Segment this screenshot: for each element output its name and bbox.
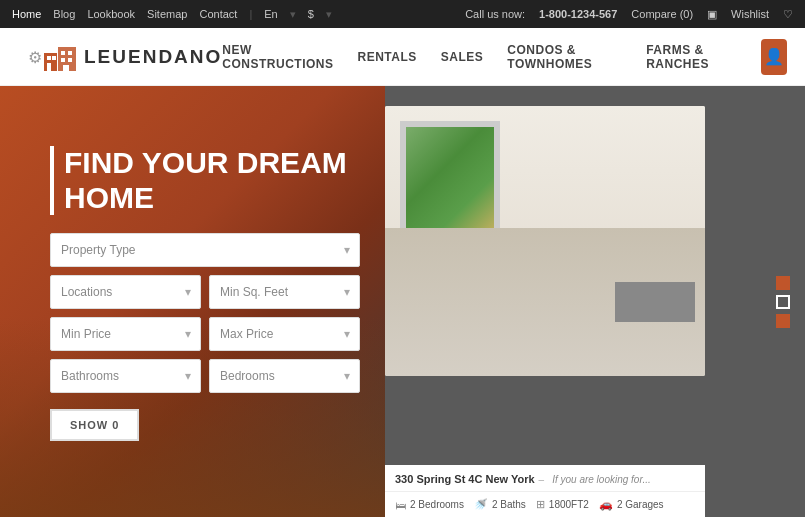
logo-text: LEUENDANO — [84, 46, 222, 68]
phone-label: Call us now: — [465, 8, 525, 20]
search-form: FIND YOUR DREAM HOME Property Type Locat… — [50, 146, 360, 441]
property-type-select[interactable]: Property Type — [50, 233, 360, 267]
minsqft-select[interactable]: Min Sq. Feet — [209, 275, 360, 309]
main-nav: NEW CONSTRUCTIONS RENTALS SALES CONDOS &… — [222, 39, 787, 75]
square-orange-2 — [776, 314, 790, 328]
minsqft-wrapper[interactable]: Min Sq. Feet — [209, 275, 360, 309]
square-white — [776, 295, 790, 309]
baths-label: 2 Baths — [492, 499, 526, 510]
top-bar: Home Blog Lookbook Sitemap Contact | En … — [0, 0, 805, 28]
svg-rect-1 — [47, 56, 51, 60]
separator: | — [249, 8, 252, 20]
room-window — [400, 121, 500, 241]
wishlist-icon: ♡ — [783, 8, 793, 21]
svg-rect-7 — [61, 58, 65, 62]
separator3: ▾ — [326, 8, 332, 21]
phone-number: 1-800-1234-567 — [539, 8, 617, 20]
top-bar-right: Call us now: 1-800-1234-567 Compare (0) … — [465, 8, 793, 21]
bath-bed-row: Bathrooms Bedrooms — [50, 359, 360, 393]
nav-farms[interactable]: FARMS & RANCHES — [646, 43, 737, 71]
wishlist-label[interactable]: Wishlist — [731, 8, 769, 20]
bath-icon: 🚿 — [474, 498, 488, 511]
minprice-wrapper[interactable]: Min Price — [50, 317, 201, 351]
topbar-blog-link[interactable]: Blog — [53, 8, 75, 20]
svg-rect-9 — [63, 65, 69, 71]
property-info-bar: 330 Spring St 4C New York – If you are l… — [385, 465, 705, 517]
location-sqft-row: Locations Min Sq. Feet — [50, 275, 360, 309]
baths-detail: 🚿 2 Baths — [474, 498, 526, 511]
settings-icon[interactable]: ⚙ — [28, 47, 42, 66]
property-image-card — [385, 106, 705, 376]
svg-rect-6 — [68, 51, 72, 55]
user-button[interactable]: 👤 — [761, 39, 787, 75]
sqft-label: 1800FT2 — [549, 499, 589, 510]
maxprice-select[interactable]: Max Price — [209, 317, 360, 351]
square-orange-1 — [776, 276, 790, 290]
show-button[interactable]: SHOW 0 — [50, 409, 139, 441]
svg-rect-2 — [52, 56, 56, 60]
topbar-language-link[interactable]: En — [264, 8, 277, 20]
maxprice-wrapper[interactable]: Max Price — [209, 317, 360, 351]
room-sim — [385, 106, 705, 376]
topbar-currency-link[interactable]: $ — [308, 8, 314, 20]
svg-rect-3 — [47, 63, 51, 71]
minprice-select[interactable]: Min Price — [50, 317, 201, 351]
beds-label: 2 Bedrooms — [410, 499, 464, 510]
hero-section: FIND YOUR DREAM HOME Property Type Locat… — [0, 86, 805, 517]
sqft-detail: ⊞ 1800FT2 — [536, 498, 589, 511]
bed-icon: 🛏 — [395, 499, 406, 511]
property-dash: – — [539, 474, 545, 485]
price-row: Min Price Max Price — [50, 317, 360, 351]
bedrooms-wrapper[interactable]: Bedrooms — [209, 359, 360, 393]
nav-condos[interactable]: CONDOS & TOWNHOMES — [507, 43, 622, 71]
property-subtitle: If you are looking for... — [552, 474, 651, 485]
side-squares — [776, 276, 790, 328]
hero-title: FIND YOUR DREAM HOME — [50, 146, 360, 215]
topbar-sitemap-link[interactable]: Sitemap — [147, 8, 187, 20]
beds-detail: 🛏 2 Bedrooms — [395, 499, 464, 511]
svg-rect-5 — [61, 51, 65, 55]
property-type-row: Property Type — [50, 233, 360, 267]
topbar-lookbook-link[interactable]: Lookbook — [87, 8, 135, 20]
nav-new-constructions[interactable]: NEW CONSTRUCTIONS — [222, 43, 333, 71]
property-title-row: 330 Spring St 4C New York – If you are l… — [385, 465, 705, 492]
svg-rect-8 — [68, 58, 72, 62]
property-type-wrapper[interactable]: Property Type — [50, 233, 360, 267]
garage-detail: 🚗 2 Garages — [599, 498, 664, 511]
property-details-row: 🛏 2 Bedrooms 🚿 2 Baths ⊞ 1800FT2 🚗 2 Gar… — [385, 492, 705, 517]
logo-icon — [44, 43, 76, 71]
sqft-icon: ⊞ — [536, 498, 545, 511]
bathrooms-wrapper[interactable]: Bathrooms — [50, 359, 201, 393]
compare-icon: ▣ — [707, 8, 717, 21]
garage-icon: 🚗 — [599, 498, 613, 511]
garage-label: 2 Garages — [617, 499, 664, 510]
logo-area: LEUENDANO — [44, 43, 222, 71]
compare-label[interactable]: Compare (0) — [631, 8, 693, 20]
separator2: ▾ — [290, 8, 296, 21]
room-island — [615, 282, 695, 322]
nav-sales[interactable]: SALES — [441, 50, 484, 64]
property-address: 330 Spring St 4C New York — [395, 473, 535, 485]
locations-select[interactable]: Locations — [50, 275, 201, 309]
bedrooms-select[interactable]: Bedrooms — [209, 359, 360, 393]
nav-rentals[interactable]: RENTALS — [358, 50, 417, 64]
locations-wrapper[interactable]: Locations — [50, 275, 201, 309]
bathrooms-select[interactable]: Bathrooms — [50, 359, 201, 393]
main-header: ⚙ LEUENDANO NEW CONSTRUCTIONS — [0, 28, 805, 86]
top-bar-nav: Home Blog Lookbook Sitemap Contact | En … — [12, 8, 332, 21]
topbar-home-link[interactable]: Home — [12, 8, 41, 20]
topbar-contact-link[interactable]: Contact — [199, 8, 237, 20]
